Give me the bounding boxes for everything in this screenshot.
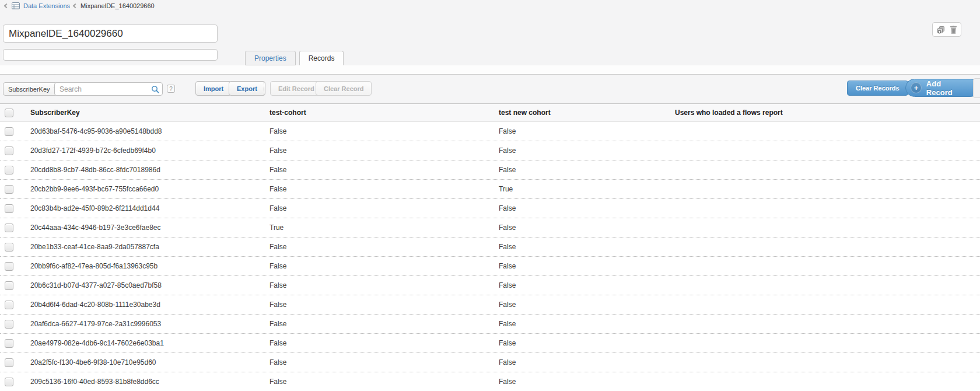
row-checkbox[interactable]	[5, 204, 13, 213]
column-header-test-cohort: test-cohort	[262, 109, 492, 117]
trash-icon[interactable]	[950, 26, 957, 34]
row-checkbox[interactable]	[5, 185, 13, 194]
cell-test-new-cohort: False	[492, 146, 668, 155]
cell-test-cohort: False	[262, 339, 492, 347]
cell-test-new-cohort: False	[492, 378, 668, 386]
column-header-users-flows-report: Users who loaded a flows report	[668, 109, 980, 117]
cell-subscriberkey: 20c44aaa-434c-4946-b197-3e3ce6fae8ec	[23, 224, 262, 232]
table-row: 20cb2bb9-9ee6-493f-bc67-755fcca66ed0 Fal…	[0, 180, 980, 199]
de-action-iconbar	[932, 22, 961, 37]
row-checkbox[interactable]	[5, 243, 13, 252]
table-row: 20d3fd27-172f-4939-b72c-6cfedb69f4b0 Fal…	[0, 141, 980, 160]
de-name-input[interactable]	[3, 25, 218, 43]
clear-record-button-label: Clear Record	[324, 85, 363, 92]
cell-test-new-cohort: False	[492, 224, 668, 232]
import-button[interactable]: Import	[195, 81, 232, 96]
tab-content-strip	[0, 65, 980, 75]
cell-test-cohort: False	[262, 185, 492, 193]
table-row: 20cdd8b8-9cb7-48db-86cc-8fdc7018986d Fal…	[0, 160, 980, 180]
table-row: 20d63baf-5476-4c95-9036-a90e5148bdd8 Fal…	[0, 122, 980, 141]
row-checkbox[interactable]	[5, 320, 13, 329]
table-row: 20b4d6f4-6dad-4c20-808b-1111e30abe3d Fal…	[0, 295, 980, 315]
table-header-row: SubscriberKey test-cohort test new cohor…	[0, 103, 980, 122]
cell-test-cohort: False	[262, 204, 492, 212]
cell-test-cohort: False	[262, 243, 492, 251]
clear-records-button[interactable]: Clear Records	[847, 81, 908, 96]
breadcrumb-link-data-extensions[interactable]: Data Extensions	[23, 2, 70, 9]
table-row: 20be1b33-ceaf-41ce-8aa9-2da057887cfa Fal…	[0, 238, 980, 257]
table-row: 20b6c31d-b07d-4377-a027-85c0aed7bf58 Fal…	[0, 276, 980, 295]
row-checkbox[interactable]	[5, 262, 13, 271]
de-external-key-input[interactable]	[3, 49, 218, 61]
search-button[interactable]	[149, 83, 162, 95]
edit-record-button-label: Edit Record	[278, 85, 314, 92]
add-record-button[interactable]: + Add Record	[905, 79, 980, 97]
row-checkbox[interactable]	[5, 301, 13, 309]
cell-test-new-cohort: False	[492, 166, 668, 174]
toolbar-divider	[264, 82, 264, 96]
cell-test-new-cohort: False	[492, 281, 668, 289]
cell-subscriberkey: 20cdd8b8-9cb7-48db-86cc-8fdc7018986d	[23, 166, 262, 174]
row-checkbox[interactable]	[5, 146, 13, 155]
cell-test-cohort: False	[262, 262, 492, 270]
table-icon	[12, 2, 20, 9]
cell-test-cohort: False	[262, 358, 492, 366]
select-all-checkbox[interactable]	[5, 109, 13, 117]
cell-test-new-cohort: False	[492, 243, 668, 251]
cell-test-cohort: False	[262, 166, 492, 174]
cell-test-new-cohort: False	[492, 262, 668, 270]
cell-subscriberkey: 20c83b4b-ad2e-45f0-89b2-6f2114dd1d44	[23, 204, 262, 212]
tab-records-label: Records	[309, 54, 335, 62]
cell-subscriberkey: 20be1b33-ceaf-41ce-8aa9-2da057887cfa	[23, 243, 262, 251]
cell-test-cohort: True	[262, 224, 492, 232]
cell-subscriberkey: 20a2f5fc-f130-4be6-9f38-10e710e95d60	[23, 358, 262, 366]
row-checkbox[interactable]	[5, 358, 13, 367]
column-header-test-new-cohort: test new cohort	[492, 109, 668, 117]
cell-test-new-cohort: False	[492, 204, 668, 212]
table-row: 20a2f5fc-f130-4be6-9f38-10e710e95d60 Fal…	[0, 353, 980, 372]
row-checkbox[interactable]	[5, 224, 13, 232]
cell-test-cohort: False	[262, 146, 492, 155]
cell-subscriberkey: 20af6dca-6627-4179-97ce-2a31c9996053	[23, 320, 262, 328]
row-checkbox[interactable]	[5, 127, 13, 136]
cell-test-new-cohort: False	[492, 127, 668, 135]
row-checkbox[interactable]	[5, 378, 13, 386]
tab-records[interactable]: Records	[299, 51, 344, 65]
cell-test-new-cohort: True	[492, 185, 668, 193]
table-row: 20c44aaa-434c-4946-b197-3e3ce6fae8ec Tru…	[0, 218, 980, 238]
tab-bar: Properties Records	[245, 51, 344, 65]
row-checkbox[interactable]	[5, 166, 13, 174]
data-extension-records-page: Data Extensions MixpanelDE_1640029660 Pr…	[0, 0, 980, 391]
export-button[interactable]: Export	[229, 81, 265, 96]
tab-properties-label: Properties	[254, 54, 286, 62]
column-header-subscriberkey: SubscriberKey	[23, 109, 262, 117]
edit-record-button[interactable]: Edit Record	[270, 81, 323, 96]
search-input[interactable]	[54, 82, 163, 96]
table-row: 209c5136-16f0-40ed-8593-81b8fe8dd6cc Fal…	[0, 372, 980, 391]
cell-subscriberkey: 20ae4979-082e-4db6-9c14-7602e6e03ba1	[23, 339, 262, 347]
breadcrumb-current: MixpanelDE_1640029660	[80, 2, 155, 9]
table-row: 20af6dca-6627-4179-97ce-2a31c9996053 Fal…	[0, 315, 980, 334]
records-toolbar: SubscriberKey ? Import Export Edit Recor…	[0, 75, 980, 103]
cell-subscriberkey: 20b6c31d-b07d-4377-a027-85c0aed7bf58	[23, 281, 262, 289]
cell-subscriberkey: 20d63baf-5476-4c95-9036-a90e5148bdd8	[23, 127, 262, 135]
table-row: 20bb9f6c-af82-47ea-805d-f6a13963c95b Fal…	[0, 257, 980, 276]
cell-test-cohort: False	[262, 301, 492, 309]
table-body: 20d63baf-5476-4c95-9036-a90e5148bdd8 Fal…	[0, 122, 980, 391]
chevron-separator-icon	[73, 4, 78, 8]
cell-subscriberkey: 209c5136-16f0-40ed-8593-81b8fe8dd6cc	[23, 378, 262, 386]
cell-subscriberkey: 20b4d6f4-6dad-4c20-808b-1111e30abe3d	[23, 301, 262, 309]
copy-icon[interactable]	[937, 26, 946, 34]
tab-properties[interactable]: Properties	[245, 51, 296, 65]
records-table: SubscriberKey test-cohort test new cohor…	[0, 103, 980, 391]
row-checkbox[interactable]	[5, 281, 13, 290]
row-checkbox[interactable]	[5, 339, 13, 348]
help-icon[interactable]: ?	[167, 85, 175, 93]
cell-test-new-cohort: False	[492, 339, 668, 347]
chevron-left-icon[interactable]	[4, 4, 9, 8]
clear-records-button-label: Clear Records	[856, 85, 900, 92]
cell-subscriberkey: 20cb2bb9-9ee6-493f-bc67-755fcca66ed0	[23, 185, 262, 193]
cell-test-cohort: False	[262, 320, 492, 328]
clear-record-button[interactable]: Clear Record	[316, 81, 372, 96]
breadcrumb: Data Extensions MixpanelDE_1640029660	[0, 0, 980, 12]
